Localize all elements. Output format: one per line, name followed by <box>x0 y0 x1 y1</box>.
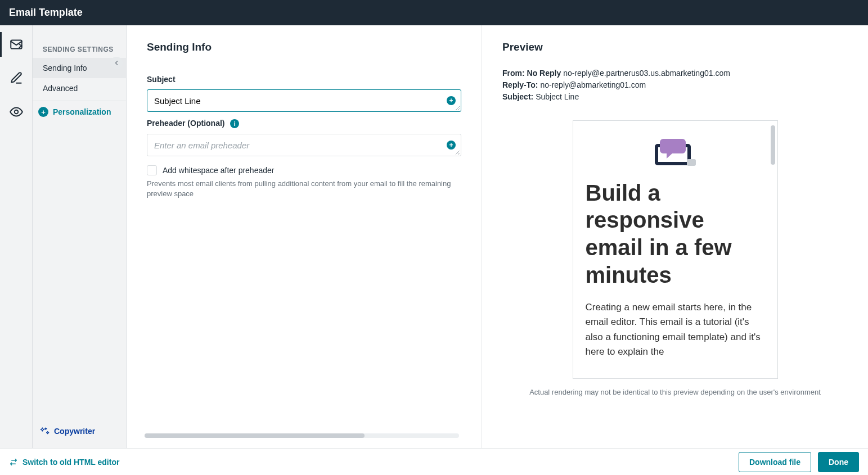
whitespace-checkbox[interactable] <box>147 165 157 175</box>
sidebar-divider <box>33 101 126 101</box>
rail-item-send[interactable] <box>7 35 25 53</box>
sending-info-panel: Sending Info Subject + Preheader (Option… <box>127 25 482 448</box>
svg-rect-3 <box>687 159 696 166</box>
preview-reply-to: Reply-To: no-reply@abmarketing01.com <box>502 80 848 91</box>
topbar: Email Template <box>0 0 868 25</box>
insert-token-button-2[interactable]: + <box>447 141 456 150</box>
arrow-left-icon <box>113 60 120 66</box>
send-icon <box>9 37 24 52</box>
sidebar-item-advanced[interactable]: Advanced <box>33 78 126 98</box>
info-icon[interactable]: i <box>230 119 239 128</box>
whitespace-hint: Prevents most email clients from pulling… <box>147 179 461 199</box>
preview-subject: Subject: Subject Line <box>502 92 848 102</box>
switch-editor-link[interactable]: Switch to old HTML editor <box>9 458 119 467</box>
preview-from: From: No Reply no-reply@e.partnerus03.us… <box>502 68 848 79</box>
sidebar-item-label: Personalization <box>53 107 111 116</box>
collapse-panel-button[interactable] <box>110 57 123 69</box>
footer: Switch to old HTML editor Download file … <box>0 448 868 475</box>
preview-frame: Build a responsive email in a few minute… <box>573 120 778 379</box>
preview-panel: Preview From: No Reply no-reply@e.partne… <box>482 25 868 448</box>
sidebar-section-label: Sending Settings <box>33 25 126 58</box>
preview-body-text: Creating a new email starts here, in the… <box>586 300 765 359</box>
whitespace-checkbox-label: Add whitespace after preheader <box>163 166 274 175</box>
preview-icon <box>9 105 24 119</box>
preview-disclaimer: Actual rendering may not be identical to… <box>502 388 848 396</box>
sending-info-heading: Sending Info <box>147 41 461 53</box>
subject-input-wrap: + <box>147 89 461 112</box>
sparkle-icon <box>41 427 50 436</box>
resize-handle-2[interactable] <box>455 150 460 155</box>
horizontal-scrollbar[interactable] <box>145 433 459 438</box>
preview-hero-title: Build a responsive email in a few minute… <box>586 179 765 289</box>
preview-vertical-scrollbar[interactable] <box>771 125 775 374</box>
sidebar-item-personalization[interactable]: + Personalization <box>33 105 126 117</box>
switch-editor-label: Switch to old HTML editor <box>23 458 119 467</box>
rail-item-preview[interactable] <box>7 103 25 121</box>
preheader-label: Preheader (Optional) i <box>147 119 461 128</box>
resize-handle[interactable] <box>455 106 460 110</box>
edit-icon <box>9 71 24 85</box>
preheader-input[interactable] <box>147 134 461 156</box>
download-file-button[interactable]: Download file <box>739 452 811 472</box>
done-button[interactable]: Done <box>818 452 859 472</box>
plus-circle-icon: + <box>38 107 48 117</box>
swap-icon <box>9 458 18 467</box>
icon-rail <box>0 25 33 448</box>
side-panel: Sending Settings Sending Info Advanced +… <box>33 25 127 448</box>
copywriter-label: Copywriter <box>54 427 95 436</box>
page-title: Email Template <box>9 7 83 19</box>
rail-item-edit[interactable] <box>7 69 25 87</box>
copywriter-link[interactable]: Copywriter <box>33 427 126 448</box>
subject-label: Subject <box>147 75 461 84</box>
subject-input[interactable] <box>147 89 461 112</box>
preview-scrollbar-thumb[interactable] <box>771 125 775 165</box>
preheader-input-wrap: + <box>147 134 461 156</box>
preview-logo <box>586 134 765 167</box>
svg-point-1 <box>14 110 18 114</box>
chat-tray-icon <box>653 134 697 167</box>
whitespace-checkbox-row: Add whitespace after preheader <box>147 165 461 175</box>
content: Sending Info Subject + Preheader (Option… <box>127 25 868 448</box>
preview-heading: Preview <box>502 41 848 53</box>
app-body: Sending Settings Sending Info Advanced +… <box>0 25 868 448</box>
insert-token-button[interactable]: + <box>447 96 456 105</box>
horizontal-scrollbar-thumb[interactable] <box>145 433 365 438</box>
